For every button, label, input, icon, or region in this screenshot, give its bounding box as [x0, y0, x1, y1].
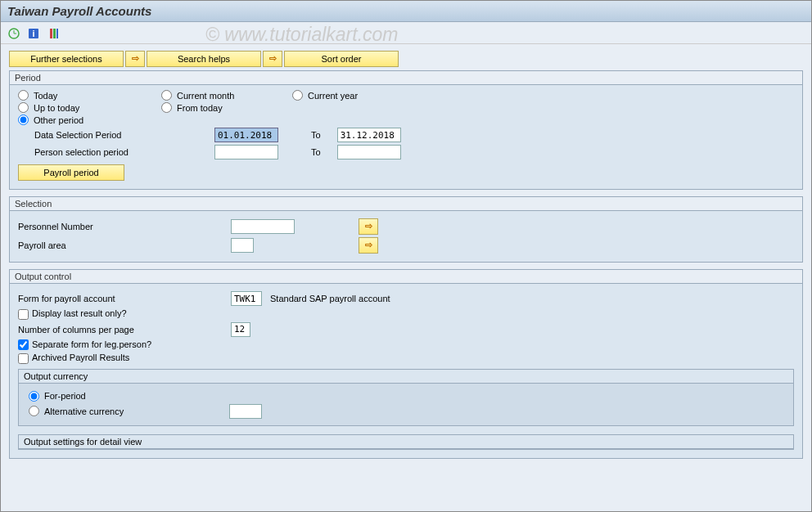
info-icon[interactable]: i	[27, 27, 40, 40]
data-selection-from-input[interactable]	[214, 128, 278, 142]
svg-rect-7	[56, 29, 58, 38]
to-label-2: To	[311, 147, 321, 157]
data-selection-period-label: Data Selection Period	[18, 130, 214, 140]
to-label-1: To	[311, 130, 321, 140]
title-bar: Taiwan Payroll Accounts	[1, 1, 811, 22]
app-window: Taiwan Payroll Accounts © www.tutorialka…	[0, 0, 812, 512]
variant-icon[interactable]	[47, 27, 61, 40]
radio-current-month[interactable]: Current month	[161, 90, 292, 101]
further-selections-button[interactable]: Further selections	[9, 51, 124, 67]
payroll-area-multi-icon[interactable]: ⇨	[359, 237, 378, 254]
sort-order-button[interactable]: Sort order	[284, 51, 399, 67]
form-for-payroll-account-input[interactable]	[231, 291, 262, 306]
period-group: Period Today Current month Current year …	[9, 70, 803, 190]
svg-rect-6	[53, 29, 56, 38]
alt-currency-input[interactable]	[229, 404, 262, 419]
form-desc-label: Standard SAP payroll account	[270, 294, 390, 303]
person-selection-period-label: Person selection period	[18, 147, 214, 157]
data-selection-to-input[interactable]	[337, 128, 401, 142]
svg-rect-5	[50, 29, 52, 38]
form-for-payroll-account-label: Form for payroll account	[18, 294, 231, 303]
output-control-title: Output control	[10, 270, 802, 284]
svg-text:i: i	[33, 29, 35, 38]
selection-toolbar: Further selections ⇨ Search helps ⇨ Sort…	[9, 51, 803, 67]
personnel-number-input[interactable]	[231, 219, 295, 234]
num-cols-input[interactable]	[231, 322, 250, 337]
personnel-number-multi-icon[interactable]: ⇨	[359, 218, 378, 235]
radio-from-today[interactable]: From today	[161, 102, 223, 113]
radio-today[interactable]: Today	[18, 90, 161, 101]
person-selection-from-input[interactable]	[214, 145, 278, 159]
period-group-title: Period	[10, 71, 802, 85]
display-last-result-checkbox[interactable]: Display last result only?	[18, 308, 127, 320]
radio-current-year[interactable]: Current year	[292, 90, 358, 101]
output-control-group: Output control Form for payroll account …	[9, 269, 803, 459]
top-toolbar: i	[1, 22, 811, 44]
radio-up-to-today[interactable]: Up to today	[18, 102, 161, 113]
page-title: Taiwan Payroll Accounts	[7, 4, 151, 18]
output-currency-group: Output currency For-period Alternative c…	[18, 369, 794, 426]
content-area: Further selections ⇨ Search helps ⇨ Sort…	[1, 44, 811, 472]
output-settings-detail-group: Output settings for detail view	[18, 434, 794, 450]
output-settings-detail-title: Output settings for detail view	[19, 435, 793, 449]
selection-group: Selection Personnel Number ⇨ Payroll are…	[9, 196, 803, 263]
search-helps-button[interactable]: Search helps	[147, 51, 261, 67]
payroll-period-button[interactable]: Payroll period	[18, 164, 124, 181]
payroll-area-input[interactable]	[231, 238, 254, 253]
payroll-area-label: Payroll area	[18, 240, 231, 250]
person-selection-to-input[interactable]	[337, 145, 401, 159]
execute-icon[interactable]	[7, 27, 20, 40]
radio-alt-currency[interactable]: Alternative currency	[29, 406, 229, 416]
selection-group-title: Selection	[10, 197, 802, 211]
radio-for-period[interactable]: For-period	[29, 391, 86, 402]
arrow-icon-1[interactable]: ⇨	[125, 51, 145, 67]
separate-form-checkbox[interactable]: Separate form for leg.person?	[18, 339, 151, 351]
personnel-number-label: Personnel Number	[18, 222, 231, 231]
archived-payroll-checkbox[interactable]: Archived Payroll Results	[18, 353, 129, 364]
arrow-icon-2[interactable]: ⇨	[263, 51, 282, 67]
output-currency-title: Output currency	[19, 370, 793, 384]
num-cols-label: Number of columns per page	[18, 325, 231, 335]
radio-other-period[interactable]: Other period	[18, 115, 83, 125]
